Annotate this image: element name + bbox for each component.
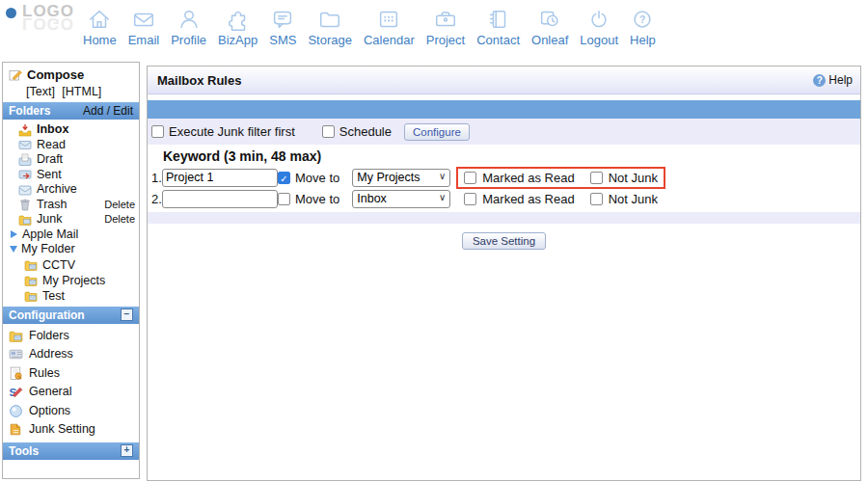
configure-button[interactable]: Configure [404, 123, 470, 141]
move-to-label: Move to [295, 192, 339, 206]
draft-icon [18, 153, 32, 167]
page: LOGO LOGO Home Email Profile BizApp SMS … [0, 0, 868, 482]
folders-header: Folders Add / Edit [3, 102, 139, 120]
help-icon: ? [630, 6, 655, 32]
expand-icon[interactable]: + [121, 444, 133, 457]
rule-number: 1. [151, 171, 162, 185]
profile-icon [176, 6, 202, 32]
flags-group-highlighted: Marked as Read Not Junk [456, 167, 665, 189]
save-bar: Save Setting [148, 231, 860, 250]
config-item-rules[interactable]: Rules [3, 364, 139, 384]
marked-as-read-input-1[interactable] [464, 172, 476, 184]
move-to-checkbox-1[interactable] [278, 172, 290, 184]
inbox-icon [18, 123, 32, 137]
mail-folder-icon [9, 329, 23, 343]
logo-dot-icon [6, 8, 16, 18]
home-icon [87, 6, 112, 32]
flags-group: Marked as Read Not Junk [456, 188, 665, 210]
row-separator [148, 212, 860, 224]
configuration-header: Configuration − [3, 307, 139, 324]
marked-as-read-checkbox-2[interactable]: Marked as Read [464, 192, 574, 206]
sidebar-item-my-folder[interactable]: My Folder [3, 242, 139, 257]
sidebar-item-inbox[interactable]: Inbox [3, 122, 139, 138]
config-item-folders[interactable]: Folders [3, 327, 139, 346]
config-item-general[interactable]: S General [3, 383, 139, 402]
not-junk-input-1[interactable] [590, 172, 603, 184]
nav-help[interactable]: ? Help [624, 6, 662, 47]
compose-button[interactable]: Compose [3, 67, 139, 84]
schedule-input[interactable] [322, 125, 335, 138]
config-item-address[interactable]: Address [3, 345, 139, 364]
nav-project[interactable]: Project [420, 6, 471, 47]
sidebar-item-junk[interactable]: Junk Delete [3, 212, 139, 228]
folder-select-2[interactable]: Inbox [353, 191, 449, 207]
bizapp-icon [226, 6, 251, 32]
config-item-options[interactable]: Options [3, 402, 139, 421]
rule-number: 2. [151, 192, 162, 206]
storage-icon [317, 6, 342, 32]
execute-junk-filter-checkbox[interactable]: Execute Junk filter first [151, 124, 295, 139]
nav-contact[interactable]: Contact [471, 6, 526, 47]
nav-logout[interactable]: Logout [574, 6, 624, 47]
schedule-checkbox[interactable]: Schedule [322, 124, 392, 139]
logo: LOGO LOGO [6, 4, 74, 31]
trash-delete-link[interactable]: Delete [104, 198, 135, 213]
onleaf-icon [537, 6, 562, 32]
save-setting-button[interactable]: Save Setting [462, 232, 546, 250]
folder-select-1[interactable]: My Projects [353, 170, 449, 186]
sidebar-item-archive[interactable]: Archive [3, 182, 139, 198]
config-item-junk-setting[interactable]: Junk Setting [3, 420, 139, 440]
keyword-input-2[interactable] [162, 190, 278, 208]
sidebar-item-my-projects[interactable]: My Projects [3, 273, 139, 288]
sidebar-item-trash[interactable]: Trash Delete [3, 198, 139, 213]
sidebar-item-test[interactable]: Test [3, 288, 139, 304]
compose-icon [9, 68, 22, 82]
rule-row-1: 1. Move to My Projects ∨ Marked as Read … [148, 167, 860, 188]
junk-icon [18, 213, 32, 227]
marked-as-read-input-2[interactable] [464, 193, 476, 205]
trash-icon [18, 198, 32, 211]
nav-sms[interactable]: SMS [263, 6, 302, 47]
not-junk-checkbox-1[interactable]: Not Junk [590, 171, 658, 185]
calendar-icon [376, 6, 401, 32]
tools-header: Tools + [3, 442, 139, 460]
section-bar [148, 100, 860, 119]
sidebar-item-sent[interactable]: Sent [3, 168, 139, 183]
compose-format-links: [Text] [HTML] [3, 84, 139, 99]
project-icon [433, 6, 458, 32]
help-link[interactable]: ? Help [813, 73, 853, 87]
not-junk-checkbox-2[interactable]: Not Junk [590, 192, 658, 206]
nav-profile[interactable]: Profile [165, 6, 212, 47]
compose-text-link[interactable]: [Text] [26, 85, 55, 98]
nav-bizapp[interactable]: BizApp [212, 6, 263, 47]
folder-select-wrap-1: My Projects ∨ [352, 169, 450, 187]
sidebar-item-cctv[interactable]: CCTV [3, 257, 139, 273]
junk-delete-link[interactable]: Delete [104, 212, 135, 228]
filter-row: Execute Junk filter first Schedule Confi… [148, 119, 860, 145]
move-to-checkbox-2[interactable] [278, 193, 290, 205]
address-card-icon [9, 347, 23, 362]
keyword-input-1[interactable] [162, 169, 278, 187]
execute-junk-filter-input[interactable] [151, 125, 164, 138]
sidebar-item-read[interactable]: Read [3, 138, 139, 153]
collapse-icon[interactable]: − [121, 308, 133, 321]
not-junk-input-2[interactable] [590, 193, 603, 205]
nav-onleaf[interactable]: Onleaf [526, 6, 574, 47]
top-navigation: Home Email Profile BizApp SMS Storage Ca… [77, 6, 662, 47]
help-circle-icon: ? [813, 74, 826, 87]
nav-email[interactable]: Email [122, 6, 166, 47]
nav-calendar[interactable]: Calendar [358, 6, 420, 47]
nav-storage[interactable]: Storage [302, 6, 358, 47]
marked-as-read-checkbox-1[interactable]: Marked as Read [464, 171, 574, 185]
sidebar-item-draft[interactable]: Draft [3, 152, 139, 168]
sidebar-item-apple-mail[interactable]: Apple Mail [3, 228, 139, 243]
folder-select-wrap-2: Inbox ∨ [352, 190, 450, 208]
chevron-right-icon [11, 230, 17, 238]
compose-html-link[interactable]: [HTML] [62, 85, 101, 98]
rule-row-2: 2. Move to Inbox ∨ Marked as Read Not Ju… [148, 188, 860, 209]
read-icon [18, 138, 32, 151]
sidebar: Compose [Text] [HTML] Folders Add / Edit… [2, 62, 140, 479]
archive-icon [18, 183, 32, 197]
nav-home[interactable]: Home [77, 6, 122, 47]
folders-add-edit-link[interactable]: Add / Edit [83, 104, 133, 118]
